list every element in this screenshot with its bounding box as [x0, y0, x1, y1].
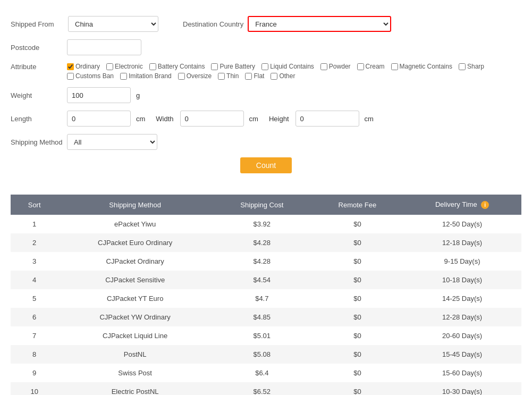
cell-remote: $0: [312, 271, 403, 289]
count-button[interactable]: Count: [240, 157, 292, 173]
cell-sort: 6: [11, 308, 58, 326]
shipping-method-row: Shipping Method All ePacket CJPacket: [11, 134, 521, 150]
cell-sort: 2: [11, 233, 58, 252]
shipping-method-select[interactable]: All ePacket CJPacket: [67, 134, 157, 150]
table-row: 9 Swiss Post $6.4 $0 15-60 Day(s): [11, 364, 521, 382]
cell-method: CJPacket YT Euro: [58, 289, 212, 308]
cell-delivery: 9-15 Day(s): [403, 252, 521, 271]
table-row: 10 Electric PostNL $6.52 $0 10-30 Day(s): [11, 382, 521, 395]
cell-delivery: 15-60 Day(s): [403, 364, 521, 382]
cell-method: CJPacket Euro Ordinary: [58, 233, 212, 252]
dimensions-row: Length cm Width cm Height cm: [11, 111, 521, 127]
delivery-time-info-icon[interactable]: i: [481, 201, 489, 209]
attr-cream[interactable]: Cream: [357, 63, 385, 70]
weight-input[interactable]: [67, 87, 131, 103]
cell-sort: 8: [11, 345, 58, 364]
cell-delivery: 12-28 Day(s): [403, 308, 521, 326]
col-shipping-method: Shipping Method: [58, 195, 212, 215]
attr-ordinary[interactable]: Ordinary: [67, 63, 100, 70]
height-unit: cm: [365, 115, 374, 123]
cell-sort: 4: [11, 271, 58, 289]
cell-method: PostNL: [58, 345, 212, 364]
attribute-groups: Ordinary Electronic Battery Contains Pur…: [67, 63, 484, 80]
cell-sort: 3: [11, 252, 58, 271]
postcode-input[interactable]: [67, 39, 141, 55]
attr-flat[interactable]: Flat: [245, 72, 264, 80]
cell-sort: 1: [11, 215, 58, 233]
cell-delivery: 10-18 Day(s): [403, 271, 521, 289]
cell-delivery: 10-30 Day(s): [403, 382, 521, 395]
cell-remote: $0: [312, 252, 403, 271]
cell-cost: $4.28: [212, 233, 312, 252]
cell-remote: $0: [312, 364, 403, 382]
form-section: Shipped From China Destination Country F…: [11, 11, 521, 189]
table-header: Sort Shipping Method Shipping Cost Remot…: [11, 195, 521, 215]
table-row: 8 PostNL $5.08 $0 15-45 Day(s): [11, 345, 521, 364]
cell-cost: $4.28: [212, 252, 312, 271]
attr-other[interactable]: Other: [271, 72, 295, 80]
attr-imitation-brand[interactable]: Imitation Brand: [120, 72, 172, 80]
weight-unit: g: [136, 91, 140, 99]
attribute-label: Attribute: [11, 63, 64, 71]
cell-delivery: 12-50 Day(s): [403, 215, 521, 233]
cell-remote: $0: [312, 345, 403, 364]
cell-cost: $4.54: [212, 271, 312, 289]
cell-sort: 5: [11, 289, 58, 308]
table-row: 3 CJPacket Ordinary $4.28 $0 9-15 Day(s): [11, 252, 521, 271]
cell-remote: $0: [312, 289, 403, 308]
table-row: 7 CJPacket Liquid Line $5.01 $0 20-60 Da…: [11, 326, 521, 345]
shipping-table: Sort Shipping Method Shipping Cost Remot…: [11, 195, 521, 395]
cell-sort: 7: [11, 326, 58, 345]
shipped-from-label: Shipped From: [11, 20, 64, 28]
cell-method: Swiss Post: [58, 364, 212, 382]
attr-pure-battery[interactable]: Pure Battery: [211, 63, 255, 70]
cell-delivery: 15-45 Day(s): [403, 345, 521, 364]
cell-cost: $6.4: [212, 364, 312, 382]
table-row: 6 CJPacket YW Ordinary $4.85 $0 12-28 Da…: [11, 308, 521, 326]
cell-method: ePacket Yiwu: [58, 215, 212, 233]
col-remote-fee: Remote Fee: [312, 195, 403, 215]
attr-sharp[interactable]: Sharp: [459, 63, 484, 70]
destination-group: Destination Country France United States…: [183, 16, 391, 32]
cell-method: CJPacket Liquid Line: [58, 326, 212, 345]
table-row: 4 CJPacket Sensitive $4.54 $0 10-18 Day(…: [11, 271, 521, 289]
table-body: 1 ePacket Yiwu $3.92 $0 12-50 Day(s) 2 C…: [11, 215, 521, 395]
cell-remote: $0: [312, 215, 403, 233]
attr-magnetic-contains[interactable]: Magnetic Contains: [391, 63, 452, 70]
destination-select[interactable]: France United States Germany United King…: [248, 16, 391, 32]
attr-thin[interactable]: Thin: [218, 72, 239, 80]
cell-cost: $4.7: [212, 289, 312, 308]
attr-electronic[interactable]: Electronic: [106, 63, 143, 70]
cell-cost: $3.92: [212, 215, 312, 233]
length-label: Length: [11, 115, 64, 123]
length-input[interactable]: [67, 111, 131, 127]
width-label: Width: [156, 115, 173, 123]
table-header-row: Sort Shipping Method Shipping Cost Remot…: [11, 195, 521, 215]
col-delivery-time: Delivery Time i: [403, 195, 521, 215]
postcode-row: Postcode: [11, 39, 521, 55]
cell-remote: $0: [312, 382, 403, 395]
attr-battery-contains[interactable]: Battery Contains: [149, 63, 205, 70]
shipping-method-label: Shipping Method: [11, 138, 64, 146]
cell-remote: $0: [312, 233, 403, 252]
cell-cost: $5.01: [212, 326, 312, 345]
attr-powder[interactable]: Powder: [320, 63, 351, 70]
width-unit: cm: [249, 115, 258, 123]
width-input[interactable]: [180, 111, 244, 127]
attr-liquid-contains[interactable]: Liquid Contains: [261, 63, 314, 70]
attr-customs-ban[interactable]: Customs Ban: [67, 72, 114, 80]
table-row: 5 CJPacket YT Euro $4.7 $0 14-25 Day(s): [11, 289, 521, 308]
height-label: Height: [269, 115, 289, 123]
col-sort: Sort: [11, 195, 58, 215]
cell-method: Electric PostNL: [58, 382, 212, 395]
postcode-label: Postcode: [11, 44, 64, 52]
cell-method: CJPacket Sensitive: [58, 271, 212, 289]
col-shipping-cost: Shipping Cost: [212, 195, 312, 215]
height-input[interactable]: [295, 111, 359, 127]
shipped-from-select[interactable]: China: [68, 16, 158, 32]
attr-oversize[interactable]: Oversize: [178, 72, 212, 80]
attribute-row-2: Customs Ban Imitation Brand Oversize Thi…: [67, 72, 484, 80]
count-btn-container: Count: [11, 157, 521, 173]
length-unit: cm: [136, 115, 145, 123]
shipped-destination-row: Shipped From China Destination Country F…: [11, 16, 521, 32]
